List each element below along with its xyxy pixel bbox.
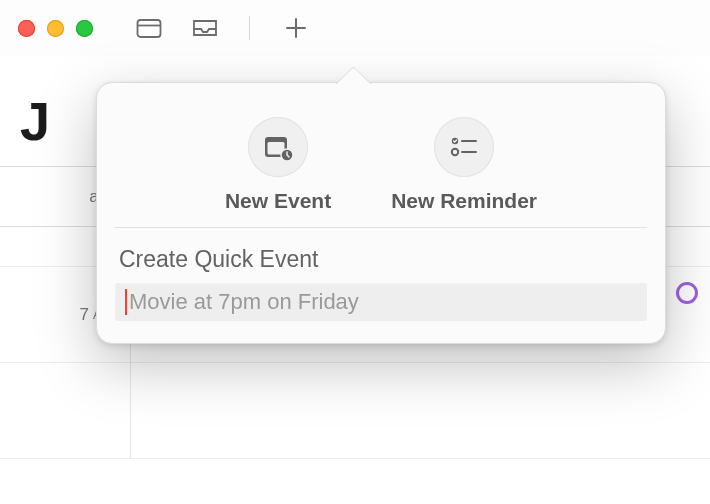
quick-event-field-wrap[interactable]	[115, 283, 647, 321]
hour-row	[0, 363, 710, 459]
new-event-mode-button[interactable]: New Event	[225, 117, 331, 213]
close-window-button[interactable]	[18, 20, 35, 37]
calendar-add-icon	[262, 132, 294, 162]
toolbar-separator	[249, 16, 250, 40]
inbox-toolbar-button[interactable]	[189, 14, 221, 42]
svg-rect-0	[138, 20, 161, 37]
svg-point-10	[452, 149, 458, 155]
calendars-toolbar-button[interactable]	[133, 14, 165, 42]
new-event-popover: New Event New Reminder Create Quick Even…	[96, 82, 666, 344]
calendars-icon	[136, 17, 162, 39]
new-event-label: New Event	[225, 189, 331, 213]
traffic-lights	[18, 20, 93, 37]
new-reminder-circle	[434, 117, 494, 177]
new-reminder-mode-button[interactable]: New Reminder	[391, 117, 537, 213]
new-reminder-label: New Reminder	[391, 189, 537, 213]
window-titlebar	[0, 0, 710, 56]
hour-lane[interactable]	[130, 363, 710, 458]
new-event-circle	[248, 117, 308, 177]
event-ring-icon[interactable]	[676, 282, 698, 304]
reminders-list-icon	[449, 134, 479, 160]
add-toolbar-button[interactable]	[280, 14, 312, 42]
text-caret	[125, 289, 127, 315]
toolbar	[133, 14, 312, 42]
plus-icon	[285, 17, 307, 39]
quick-event-input[interactable]	[129, 289, 637, 315]
quick-event-heading: Create Quick Event	[119, 246, 643, 273]
hour-number: 7	[80, 305, 89, 325]
minimize-window-button[interactable]	[47, 20, 64, 37]
inbox-icon	[191, 18, 219, 38]
zoom-window-button[interactable]	[76, 20, 93, 37]
popover-mode-row: New Event New Reminder	[115, 101, 647, 228]
